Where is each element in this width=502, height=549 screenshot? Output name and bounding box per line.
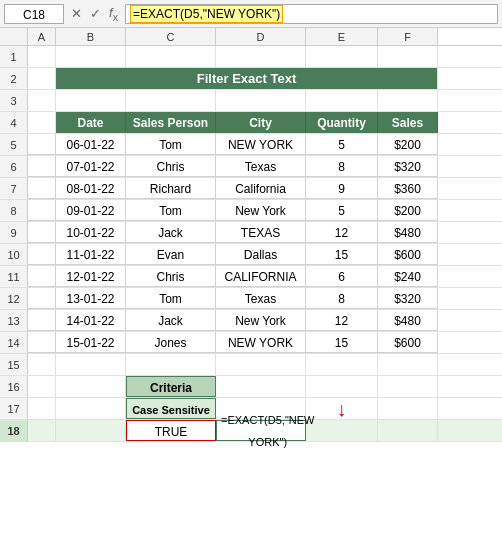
cell-person-10[interactable]: Evan bbox=[126, 244, 216, 265]
cell-a8[interactable] bbox=[28, 200, 56, 221]
cell-date-5[interactable]: 06-01-22 bbox=[56, 134, 126, 155]
formula-cell[interactable]: =EXACT(D5,"NEW YORK") bbox=[216, 420, 306, 441]
row-14: 14 15-01-22 Jones NEW YORK 15 $600 bbox=[0, 332, 502, 354]
function-icon[interactable]: fx bbox=[106, 5, 121, 23]
row-11: 11 12-01-22 Chris CALIFORNIA 6 $240 bbox=[0, 266, 502, 288]
row-10: 10 11-01-22 Evan Dallas 15 $600 bbox=[0, 244, 502, 266]
header-sales: Sales bbox=[378, 112, 438, 133]
cell-a12[interactable] bbox=[28, 288, 56, 309]
cell-sales-6[interactable]: $320 bbox=[378, 156, 438, 177]
cell-sales-8[interactable]: $200 bbox=[378, 200, 438, 221]
cell-date-10[interactable]: 11-01-22 bbox=[56, 244, 126, 265]
cell-qty-13[interactable]: 12 bbox=[306, 310, 378, 331]
row-6: 6 07-01-22 Chris Texas 8 $320 bbox=[0, 156, 502, 178]
cell-qty-6[interactable]: 8 bbox=[306, 156, 378, 177]
cell-person-7[interactable]: Richard bbox=[126, 178, 216, 199]
cell-qty-5[interactable]: 5 bbox=[306, 134, 378, 155]
cell-date-9[interactable]: 10-01-22 bbox=[56, 222, 126, 243]
cell-sales-11[interactable]: $240 bbox=[378, 266, 438, 287]
cell-date-8[interactable]: 09-01-22 bbox=[56, 200, 126, 221]
cell-person-5[interactable]: Tom bbox=[126, 134, 216, 155]
cell-a6[interactable] bbox=[28, 156, 56, 177]
cell-city-13[interactable]: New York bbox=[216, 310, 306, 331]
cell-sales-9[interactable]: $480 bbox=[378, 222, 438, 243]
col-header-f[interactable]: F bbox=[378, 28, 438, 45]
row-12: 12 13-01-22 Tom Texas 8 $320 bbox=[0, 288, 502, 310]
cell-qty-14[interactable]: 15 bbox=[306, 332, 378, 353]
cell-person-9[interactable]: Jack bbox=[126, 222, 216, 243]
cell-a3[interactable] bbox=[28, 90, 56, 111]
cell-f1[interactable] bbox=[378, 46, 438, 67]
cancel-icon[interactable]: ✕ bbox=[68, 6, 85, 21]
cell-city-6[interactable]: Texas bbox=[216, 156, 306, 177]
cell-qty-8[interactable]: 5 bbox=[306, 200, 378, 221]
cell-person-8[interactable]: Tom bbox=[126, 200, 216, 221]
cell-city-12[interactable]: Texas bbox=[216, 288, 306, 309]
arrow-indicator: ↓ bbox=[337, 398, 347, 419]
confirm-icon[interactable]: ✓ bbox=[87, 6, 104, 21]
cell-date-7[interactable]: 08-01-22 bbox=[56, 178, 126, 199]
cell-city-14[interactable]: NEW YORK bbox=[216, 332, 306, 353]
criteria-label: Case Sensitive Text bbox=[126, 398, 216, 419]
cell-f3[interactable] bbox=[378, 90, 438, 111]
cell-city-9[interactable]: TEXAS bbox=[216, 222, 306, 243]
criteria-value[interactable]: TRUE bbox=[126, 420, 216, 441]
cell-a14[interactable] bbox=[28, 332, 56, 353]
row-8: 8 09-01-22 Tom New York 5 $200 bbox=[0, 200, 502, 222]
cell-city-5[interactable]: NEW YORK bbox=[216, 134, 306, 155]
col-header-a[interactable]: A bbox=[28, 28, 56, 45]
data-rows: 5 06-01-22 Tom NEW YORK 5 $200 6 07-01-2… bbox=[0, 134, 502, 354]
cell-sales-5[interactable]: $200 bbox=[378, 134, 438, 155]
cell-city-7[interactable]: California bbox=[216, 178, 306, 199]
header-quantity: Quantity bbox=[306, 112, 378, 133]
col-header-d[interactable]: D bbox=[216, 28, 306, 45]
cell-sales-14[interactable]: $600 bbox=[378, 332, 438, 353]
cell-a13[interactable] bbox=[28, 310, 56, 331]
cell-a1[interactable] bbox=[28, 46, 56, 67]
cell-person-12[interactable]: Tom bbox=[126, 288, 216, 309]
cell-a2[interactable] bbox=[28, 68, 56, 89]
cell-qty-12[interactable]: 8 bbox=[306, 288, 378, 309]
cell-city-10[interactable]: Dallas bbox=[216, 244, 306, 265]
cell-sales-10[interactable]: $600 bbox=[378, 244, 438, 265]
cell-qty-7[interactable]: 9 bbox=[306, 178, 378, 199]
cell-c1[interactable] bbox=[126, 46, 216, 67]
cell-e1[interactable] bbox=[306, 46, 378, 67]
cell-city-8[interactable]: New York bbox=[216, 200, 306, 221]
cell-person-6[interactable]: Chris bbox=[126, 156, 216, 177]
cell-a5[interactable] bbox=[28, 134, 56, 155]
cell-qty-10[interactable]: 15 bbox=[306, 244, 378, 265]
cell-sales-12[interactable]: $320 bbox=[378, 288, 438, 309]
cell-reference[interactable]: C18 bbox=[4, 4, 64, 24]
col-header-c[interactable]: C bbox=[126, 28, 216, 45]
criteria-header: Criteria bbox=[126, 376, 216, 397]
cell-a7[interactable] bbox=[28, 178, 56, 199]
cell-person-11[interactable]: Chris bbox=[126, 266, 216, 287]
cell-person-13[interactable]: Jack bbox=[126, 310, 216, 331]
formula-input[interactable]: =EXACT(D5,"NEW YORK") bbox=[125, 4, 498, 24]
cell-d3[interactable] bbox=[216, 90, 306, 111]
cell-b3[interactable] bbox=[56, 90, 126, 111]
cell-qty-11[interactable]: 6 bbox=[306, 266, 378, 287]
cell-qty-9[interactable]: 12 bbox=[306, 222, 378, 243]
cell-city-11[interactable]: CALIFORNIA bbox=[216, 266, 306, 287]
cell-sales-7[interactable]: $360 bbox=[378, 178, 438, 199]
cell-a11[interactable] bbox=[28, 266, 56, 287]
cell-date-11[interactable]: 12-01-22 bbox=[56, 266, 126, 287]
cell-d1[interactable] bbox=[216, 46, 306, 67]
cell-person-14[interactable]: Jones bbox=[126, 332, 216, 353]
col-header-b[interactable]: B bbox=[56, 28, 126, 45]
cell-a10[interactable] bbox=[28, 244, 56, 265]
cell-a4[interactable] bbox=[28, 112, 56, 133]
cell-date-13[interactable]: 14-01-22 bbox=[56, 310, 126, 331]
cell-date-14[interactable]: 15-01-22 bbox=[56, 332, 126, 353]
cell-c3[interactable] bbox=[126, 90, 216, 111]
cell-a9[interactable] bbox=[28, 222, 56, 243]
row-9: 9 10-01-22 Jack TEXAS 12 $480 bbox=[0, 222, 502, 244]
cell-b1[interactable] bbox=[56, 46, 126, 67]
cell-date-6[interactable]: 07-01-22 bbox=[56, 156, 126, 177]
col-header-e[interactable]: E bbox=[306, 28, 378, 45]
cell-date-12[interactable]: 13-01-22 bbox=[56, 288, 126, 309]
cell-e3[interactable] bbox=[306, 90, 378, 111]
cell-sales-13[interactable]: $480 bbox=[378, 310, 438, 331]
